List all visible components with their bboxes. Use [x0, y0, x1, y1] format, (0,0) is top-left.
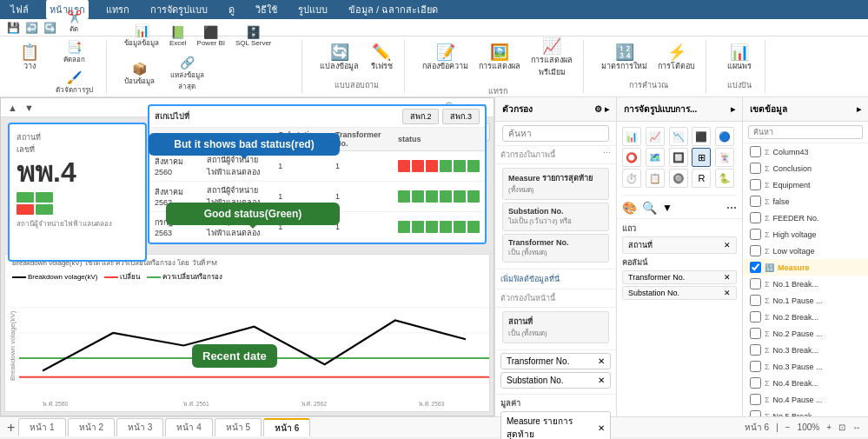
- page-count-label: หน้า 6: [745, 421, 769, 434]
- viz-slicer-icon[interactable]: 🔘: [669, 169, 688, 188]
- data-field-low-voltage[interactable]: ΣLow voltage: [743, 243, 868, 259]
- menu-insert[interactable]: แทรก: [103, 0, 133, 19]
- data-field-break1[interactable]: ΣNo.1 Break...: [743, 276, 868, 292]
- data-field-pause4[interactable]: ΣNo.4 Pause ...: [743, 391, 868, 408]
- viz-expand-icon[interactable]: ▸: [731, 104, 735, 114]
- viz-map-icon[interactable]: 🗺️: [646, 148, 665, 167]
- table-row[interactable]: สิงหาคม 2562 สถานีผู้จำหน่ายไฟฟ้าแลนดลอง…: [149, 182, 485, 212]
- menu-view[interactable]: ดู: [225, 0, 238, 19]
- data-field-break2[interactable]: ΣNo.2 Break...: [743, 309, 868, 325]
- ribbon-measure-btn[interactable]: 🔢 มาตรการใหม่: [598, 43, 651, 74]
- ribbon-powerbi-btn[interactable]: ⬛ Power BI: [194, 23, 229, 49]
- filter-item-location[interactable]: สถานที่ เป็น (ทั้งหมด): [502, 311, 609, 343]
- ribbon-refresh-btn[interactable]: ✏️ รีเฟรช: [366, 43, 397, 74]
- zoom-out-btn[interactable]: −: [785, 422, 791, 432]
- ribbon-data-btn[interactable]: 📊 ข้อมูลข้อมูล: [121, 22, 162, 50]
- filter-options-icon[interactable]: ⚙ ▸: [594, 104, 609, 114]
- viz-row-field[interactable]: สถานที่✕: [622, 236, 737, 254]
- data-field-pause1[interactable]: ΣNo.1 Pause ...: [743, 292, 868, 309]
- page-tab-3[interactable]: หน้า 3: [116, 418, 163, 436]
- table-btn-3[interactable]: สพก.3: [442, 109, 480, 124]
- ribbon-visual-btn[interactable]: 🖼️ การแสดงผล: [475, 43, 524, 74]
- menu-data[interactable]: ข้อมูล / ฉลากสะเอียด: [345, 0, 441, 19]
- table-btn-2[interactable]: สพก.2: [402, 109, 440, 124]
- filter-add-visual-btn[interactable]: เพิ่มฟิลด์ข้อมูลที่นี่: [500, 271, 611, 287]
- data-field-break4[interactable]: ΣNo.4 Break...: [743, 375, 868, 391]
- data-field-false[interactable]: Σfalse: [743, 193, 868, 210]
- viz-python-icon[interactable]: 🐍: [715, 169, 734, 188]
- filter-item-measure[interactable]: Measure รายการสุดท้าย (ทั้งหมด): [502, 168, 609, 200]
- viz-r-icon[interactable]: R: [692, 169, 711, 188]
- viz-matrix-icon[interactable]: ⊞: [692, 148, 711, 167]
- ribbon-interaction-btn[interactable]: ⚡ การโต้ตอบ: [654, 43, 699, 74]
- filter-item-transformer[interactable]: Transformer No. เป็น (ทั้งหมด): [502, 234, 609, 263]
- viz-col-label: คอลัมน์: [622, 256, 737, 269]
- viz-scatter-icon[interactable]: ⬛: [692, 127, 711, 146]
- add-page-btn[interactable]: +: [7, 420, 15, 436]
- viz-bar-icon[interactable]: 📊: [622, 127, 641, 146]
- data-field-feeder[interactable]: ΣFEEDER No.: [743, 210, 868, 226]
- fit-page-btn[interactable]: ⊡: [838, 422, 845, 432]
- menu-format[interactable]: การจัดรูปแบบ: [147, 0, 211, 19]
- table-row[interactable]: สิงหาคม 2560 สถานีผู้จำหน่ายไฟฟ้าแลนดลอง…: [149, 151, 485, 182]
- zoom-in-btn[interactable]: +: [826, 422, 832, 432]
- fit-width-btn[interactable]: ↔: [852, 422, 861, 432]
- menu-layout[interactable]: รูปแบบ: [295, 0, 331, 19]
- page-tab-5[interactable]: หน้า 5: [215, 418, 262, 436]
- ribbon-copy-btn[interactable]: 📑 คัดลอก: [49, 38, 99, 67]
- data-field-pause2[interactable]: ΣNo.2 Pause ...: [743, 325, 868, 342]
- page-tab-1[interactable]: หน้า 1: [18, 418, 65, 436]
- ribbon-transform-btn[interactable]: 🔄 แปลงข้อมูล: [316, 43, 362, 74]
- data-expand-icon[interactable]: ▸: [857, 104, 861, 114]
- data-search-input[interactable]: [748, 125, 863, 139]
- ribbon-premium-btn[interactable]: 📈 การแสดงผลพรีเมียม: [527, 37, 576, 80]
- filter-section-all: สถานที่ เป็น (ทั้งหมด): [495, 308, 616, 350]
- ribbon-excel-btn[interactable]: 📗 Excel: [166, 23, 190, 49]
- ribbon-enter-btn[interactable]: 📦 ป้อนข้อมูล: [121, 60, 158, 89]
- toolbar-down[interactable]: ▼: [24, 103, 34, 113]
- viz-format-icon[interactable]: 🎨: [622, 201, 637, 215]
- filter-dropdown-transformer[interactable]: Transformer No.✕: [500, 353, 611, 369]
- table-row[interactable]: กรกฎาคม 2563 สถานีผู้จำหน่ายไฟฟ้าแลนดลอง…: [149, 212, 485, 243]
- data-field-pause3[interactable]: ΣNo.3 Pause ...: [743, 358, 868, 375]
- page-tab-2[interactable]: หน้า 2: [68, 418, 115, 436]
- viz-pie-icon[interactable]: 🔵: [715, 127, 734, 146]
- viz-area-icon[interactable]: 📉: [669, 127, 688, 146]
- data-field-high-voltage[interactable]: ΣHigh voltage: [743, 226, 868, 243]
- viz-filter-icon[interactable]: 🔍: [642, 201, 657, 215]
- data-field-conclusion[interactable]: ΣConclusion: [743, 160, 868, 176]
- data-field-equipment[interactable]: ΣEquipment: [743, 176, 868, 193]
- ribbon-sql-btn[interactable]: 🗄️ SQL Server: [232, 23, 275, 49]
- data-field-break5[interactable]: ΣNo.5 Break...: [743, 408, 868, 416]
- data-field-column43[interactable]: ΣColumn43: [743, 143, 868, 160]
- viz-dots-icon[interactable]: ⋯: [726, 202, 737, 214]
- ribbon-textbox-btn[interactable]: 📝 กล่องข้อความ: [419, 43, 472, 74]
- viz-drill-icon[interactable]: ▼: [662, 202, 673, 214]
- menu-help[interactable]: วิธีใช้: [252, 0, 281, 19]
- ribbon-publish-btn[interactable]: 📊 แผนพร: [724, 43, 755, 74]
- viz-kpi-icon[interactable]: 📋: [646, 169, 665, 188]
- viz-table-icon[interactable]: 🔲: [669, 148, 688, 167]
- ribbon-recent-btn[interactable]: 🔗 แหล่งข้อมูลล่าสุด: [162, 54, 212, 94]
- viz-col-transformer[interactable]: Transformer No.✕: [622, 270, 737, 284]
- toolbar-up[interactable]: ▲: [8, 103, 17, 113]
- filter-dropdown-substation[interactable]: Substation No.✕: [500, 372, 611, 389]
- ribbon-paste-btn[interactable]: 📋 วาง: [14, 43, 45, 74]
- kpi-visual: สถานที่ เลขที่ พพ.4 สถานีผู้จำหน่ายไฟฟ้า…: [10, 124, 145, 236]
- viz-gauge-icon[interactable]: ⏱️: [622, 169, 641, 188]
- viz-col-substation[interactable]: Substation No.✕: [622, 286, 737, 300]
- svg-text:พ.ศ. 2562: พ.ศ. 2562: [301, 401, 327, 407]
- filter-item-substation[interactable]: Substation No. ไม่เป็น (เว้นว่าง) หรือ: [502, 203, 609, 231]
- ribbon-cut-btn[interactable]: ✂️ ตัด: [49, 8, 99, 37]
- viz-donut-icon[interactable]: ⭕: [622, 148, 641, 167]
- filter-expand-icon[interactable]: ⋯: [603, 149, 611, 161]
- page-tab-6[interactable]: หน้า 6: [263, 418, 310, 436]
- data-field-break3[interactable]: ΣNo.3 Break...: [743, 342, 868, 358]
- col-date: วันที่ PM: [149, 128, 202, 151]
- data-field-measure[interactable]: 🔢Measure: [743, 259, 868, 276]
- viz-line-icon[interactable]: 📈: [646, 127, 665, 146]
- page-tab-4[interactable]: หน้า 4: [165, 418, 212, 436]
- viz-card-icon[interactable]: 🃏: [715, 148, 734, 167]
- measures-label: มูลค่า: [500, 397, 611, 409]
- filter-search-input[interactable]: [502, 125, 609, 142]
